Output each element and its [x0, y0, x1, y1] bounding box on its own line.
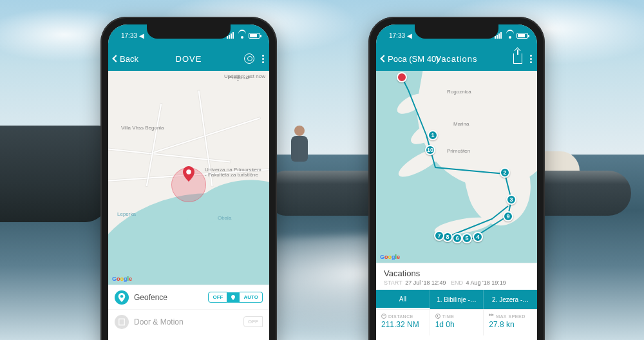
trip-title: Vacations: [384, 269, 529, 278]
waypoint[interactable]: 9: [503, 211, 513, 222]
background-scene: [0, 0, 644, 340]
back-label: Back: [120, 54, 138, 64]
waypoint[interactable]: 1: [428, 130, 438, 140]
start-label: START: [384, 279, 402, 286]
waypoint-start[interactable]: [397, 72, 407, 82]
status-time: 17:33 ◀: [121, 32, 144, 39]
trip-header: Vacations START 27 Jul '18 12:49 END 4 A…: [376, 263, 537, 290]
map-pin-icon[interactable]: [183, 166, 194, 182]
chevron-left-icon: [380, 55, 387, 62]
map-view[interactable]: Rogoznica Marina Primošten 1 10 2 3 9 4 …: [376, 71, 537, 263]
speed-icon: [489, 314, 494, 319]
menu-icon[interactable]: [262, 55, 264, 63]
row-geofence[interactable]: Geofence OFF AUTO: [108, 285, 269, 309]
waypoint[interactable]: 5: [462, 233, 472, 243]
nav-bar: Poca (SM 40) Vacations: [376, 46, 537, 71]
battery-icon: [249, 33, 260, 39]
map-label: Obala: [218, 215, 231, 221]
chevron-left-icon: [112, 55, 119, 62]
waypoint[interactable]: 6: [452, 233, 462, 243]
status-time: 17:33 ◀: [389, 32, 412, 39]
back-label: Poca (SM 40): [388, 54, 439, 64]
door-icon: [115, 315, 129, 329]
back-button[interactable]: Poca (SM 40): [381, 54, 439, 64]
start-value: 27 Jul '18 12:49: [405, 279, 446, 286]
tab-all[interactable]: All: [376, 290, 430, 309]
phone-device-right: 17:33 ◀ Poca (SM 40) Vacations: [368, 17, 545, 340]
speed-label: MAX SPEED: [496, 314, 525, 319]
tab-segment-1[interactable]: 1. Bibilinje -…: [430, 290, 484, 309]
time-value: 1d 0h: [435, 320, 478, 329]
svg-point-0: [186, 169, 191, 175]
nav-title: DOVE: [176, 54, 202, 64]
toggle-auto[interactable]: AUTO: [240, 292, 263, 303]
waypoint[interactable]: 2: [500, 167, 510, 178]
waypoint[interactable]: 3: [506, 194, 516, 205]
geofence-label: Geofence: [134, 293, 203, 302]
toggle-off[interactable]: OFF: [243, 316, 263, 327]
trip-stats: DISTANCE 211.32 NM TIME 1d 0h MAX SPEED …: [376, 309, 537, 335]
door-toggle[interactable]: OFF: [243, 316, 263, 327]
map-attribution: Google: [112, 276, 132, 282]
waypoint[interactable]: 7: [434, 231, 444, 241]
end-label: END: [451, 279, 463, 286]
speed-value: 27.8 kn: [489, 320, 532, 329]
wifi-icon: [238, 32, 246, 39]
map-label: Univerza na Primorskem - Fakulteta za tu…: [205, 167, 263, 178]
nav-bar: Back DOVE: [108, 46, 269, 71]
map-label: Villa Vhss Begonia: [121, 125, 164, 131]
distance-icon: [381, 314, 386, 319]
device-notch: [147, 24, 231, 39]
nav-title: Vacations: [435, 54, 477, 64]
geofence-toggle[interactable]: OFF AUTO: [208, 292, 263, 303]
geofence-icon: [115, 290, 129, 305]
svg-rect-2: [119, 319, 124, 325]
end-value: 4 Aug '18 19:19: [466, 279, 506, 286]
menu-icon[interactable]: [530, 55, 532, 63]
updated-label: Updated: just now: [224, 73, 265, 79]
toggle-location[interactable]: [227, 292, 240, 303]
map-label: Leperka: [117, 211, 136, 217]
row-door-motion[interactable]: Door & Motion OFF: [108, 309, 269, 334]
distance-value: 211.32 NM: [381, 320, 424, 329]
wifi-icon: [506, 32, 514, 39]
user-icon[interactable]: [244, 53, 254, 64]
segment-tabs: All 1. Bibilinje -… 2. Jezera -…: [376, 290, 537, 309]
phone-device-left: 17:33 ◀ Back DOVE Updated: just now: [100, 17, 277, 340]
svg-point-1: [120, 295, 123, 298]
battery-icon: [516, 33, 528, 39]
door-label: Door & Motion: [134, 317, 238, 326]
device-notch: [415, 24, 498, 39]
time-icon: [435, 314, 440, 319]
tab-segment-2[interactable]: 2. Jezera -…: [484, 290, 537, 309]
back-button[interactable]: Back: [113, 54, 138, 64]
toggle-off[interactable]: OFF: [208, 292, 227, 303]
share-icon[interactable]: [513, 53, 522, 64]
distance-label: DISTANCE: [388, 314, 413, 319]
map-view[interactable]: Updated: just now Preḏoro2 Villa Vhss Be…: [108, 71, 269, 285]
waypoint[interactable]: 4: [473, 232, 483, 242]
time-label: TIME: [442, 314, 455, 319]
map-attribution: Google: [380, 254, 400, 260]
waypoint[interactable]: 10: [425, 145, 435, 155]
